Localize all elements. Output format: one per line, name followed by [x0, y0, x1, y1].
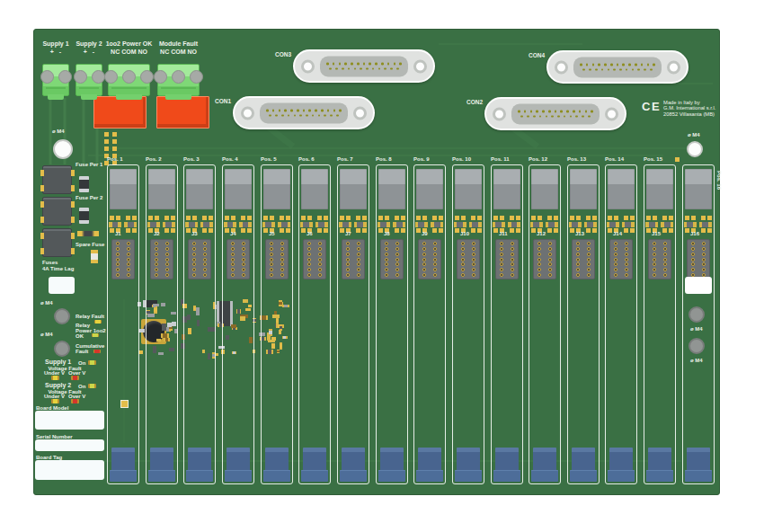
smd-pad — [225, 228, 229, 233]
j-connector-label: J13 — [575, 231, 584, 237]
pin — [303, 109, 306, 111]
connector-pin — [231, 268, 235, 271]
connector-pin — [472, 273, 475, 277]
pin-row-bottom — [520, 115, 590, 118]
connector-pin — [537, 268, 541, 271]
smd-pad — [171, 228, 175, 233]
smd-pad — [576, 216, 581, 220]
module-connector-blue-lip — [608, 470, 635, 482]
smd-resistor — [239, 222, 252, 227]
connector-pin — [346, 247, 350, 251]
connector-pin — [511, 262, 514, 266]
connector-pin — [702, 242, 706, 245]
connector-pin — [691, 268, 695, 271]
smd-resistor — [185, 222, 198, 227]
terminal-screw — [40, 70, 54, 84]
connector-pin — [318, 262, 322, 266]
idc-connector — [227, 239, 250, 279]
pin — [324, 114, 326, 117]
smd-pad — [401, 228, 405, 233]
connector-pin — [433, 258, 437, 262]
connector-pin — [461, 262, 465, 266]
fuse-pad — [40, 248, 44, 254]
channel-column: Pos. 11 J11 — [491, 164, 523, 484]
connector-pin — [614, 242, 617, 245]
connector-pin — [116, 273, 120, 277]
smd-resistor — [546, 222, 558, 227]
supply2-overv-led — [71, 399, 79, 403]
pin-row-bottom — [582, 68, 652, 71]
connector-pin — [511, 253, 514, 256]
relay-power-label-3: OK — [76, 333, 84, 340]
smd-resistor — [493, 222, 505, 227]
smd-pad — [570, 216, 574, 220]
connector-pin — [587, 273, 591, 277]
smd-resistor — [469, 222, 482, 227]
connector-pin — [472, 268, 475, 271]
connector-pin — [433, 253, 437, 256]
connector-pin — [691, 253, 695, 256]
connector-pin — [433, 273, 437, 277]
terminal-screw — [74, 70, 87, 84]
dsub-pin-face — [260, 102, 348, 123]
connector-pin — [357, 253, 360, 256]
position-label: Pos. 12 — [529, 156, 547, 163]
pin-row-bottom — [269, 114, 338, 117]
connector-pin — [663, 273, 667, 277]
smd-pad — [614, 216, 618, 220]
pin — [366, 67, 369, 70]
idc-connector — [533, 239, 556, 279]
pin — [546, 115, 548, 118]
connector-pin — [576, 253, 580, 256]
pin — [312, 114, 315, 117]
connector-pin — [500, 253, 503, 256]
fuse-pad — [40, 217, 44, 223]
idc-connector — [380, 239, 404, 279]
smd-resistor — [278, 222, 290, 227]
pin — [653, 63, 655, 66]
smd-resistor — [109, 222, 121, 227]
connector-pin — [155, 268, 158, 271]
channel-column: Pos. 14 J14 — [605, 164, 637, 484]
smd-pad — [592, 216, 597, 220]
smd-resistor — [200, 222, 213, 227]
connector-pin — [318, 258, 322, 262]
connector-pin — [231, 273, 235, 277]
pin — [588, 115, 591, 118]
idc-connector — [150, 239, 173, 279]
smd-pad — [112, 139, 117, 144]
connector-pin — [433, 268, 437, 271]
relay-socket — [110, 169, 137, 209]
pin — [333, 62, 335, 65]
connector-pin — [461, 273, 465, 277]
smd-pad — [455, 228, 459, 233]
pin — [266, 109, 269, 111]
smd-resistor — [569, 222, 582, 227]
connector-pin — [192, 247, 196, 251]
pin — [604, 63, 607, 66]
connector-pin — [270, 247, 273, 251]
dsub-screw — [667, 60, 680, 74]
smd-pad — [531, 228, 536, 233]
connector-pin — [614, 262, 617, 266]
pin — [628, 63, 631, 66]
pin — [570, 115, 573, 118]
connector-pin — [307, 273, 311, 277]
smd-pad — [669, 216, 673, 220]
pin — [344, 62, 347, 65]
channel-column: Pos. 13 J13 — [567, 164, 600, 484]
smd-pad — [516, 216, 520, 220]
connector-pin — [537, 262, 541, 266]
pin — [297, 109, 299, 111]
connector-pin — [395, 268, 399, 271]
mounting-hole-label: ø M4 — [40, 300, 53, 306]
connector-pin — [357, 242, 360, 245]
connector-pin — [270, 258, 273, 262]
connector-pin — [346, 258, 350, 262]
channel-column: Pos. 7 J7 — [337, 164, 369, 484]
pin — [530, 110, 533, 112]
smd-pad — [646, 228, 651, 233]
address-line-3: 20852 Villasanta (MB) — [663, 111, 715, 117]
pin — [284, 109, 287, 111]
mounting-hole — [687, 141, 703, 157]
